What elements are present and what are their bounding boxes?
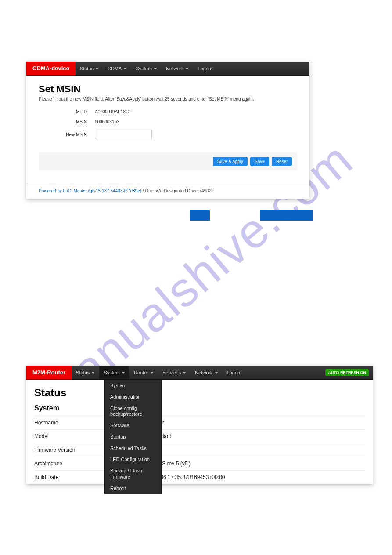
dropdown-item-startup[interactable]: Startup [105,432,161,443]
chevron-down-icon [122,372,125,375]
screenshot-status: M2M-Router Status System Router Services… [26,366,373,484]
footer: Powered by LuCI Master (git-15.137.54403… [26,184,309,199]
nav-services[interactable]: Services [158,366,191,379]
section-title: System [34,404,365,412]
nav-logout[interactable]: Logout [223,366,246,379]
reset-button[interactable]: Reset [272,157,292,166]
dropdown-item-clone-config[interactable]: Clone config backup/restore [105,403,161,421]
nav-network[interactable]: Network [191,366,222,379]
autorefresh-badge[interactable]: AUTO REFRESH ON [325,369,369,376]
info-row: Model -Standard [34,429,365,443]
nav-system[interactable]: System [131,62,162,75]
brand[interactable]: M2M-Router [26,366,72,379]
info-row: Hostname Router [34,416,365,429]
decor-blue-box [260,210,313,221]
save-apply-button[interactable]: Save & Apply [213,157,248,166]
brand[interactable]: CDMA-device [26,62,76,75]
chevron-down-icon [91,372,95,375]
new-msin-input[interactable] [95,130,152,139]
dropdown-item-software[interactable]: Software [105,420,161,432]
nav-status[interactable]: Status [72,366,99,379]
nav-label: Router [134,370,148,375]
dropdown-item-led[interactable]: LED Configuration [105,454,161,465]
button-bar: Save & Apply Save Reset [39,152,297,170]
label-new-msin: New MSIN [39,132,87,137]
chevron-down-icon [183,372,186,375]
page-title: Status [34,387,365,399]
dropdown-item-scheduled[interactable]: Scheduled Tasks [105,443,161,454]
row-meid: MEID A1000049AE18CF [39,109,297,114]
navbar: M2M-Router Status System Router Services… [26,366,373,380]
footer-rest: / OpenWrt Designated Driver r49022 [141,189,214,193]
dropdown-item-system[interactable]: System [105,380,161,392]
nav-label: Services [162,370,181,375]
nav-router[interactable]: Router [129,366,158,379]
chevron-down-icon [154,68,157,71]
nav-logout[interactable]: Logout [193,62,217,75]
screenshot-set-msin: CDMA-device Status CDMA System Network L… [26,62,309,199]
nav-label: Network [166,66,183,71]
chevron-down-icon [215,372,218,375]
label-meid: MEID [39,109,87,114]
save-button[interactable]: Save [250,157,269,166]
chevron-down-icon [185,68,189,71]
info-row: Architecture 26EJ-S rev 5 (v5l) [34,457,365,470]
nav-system[interactable]: System [99,366,129,379]
nav-network[interactable]: Network [162,62,193,75]
nav-cdma[interactable]: CDMA [103,62,131,75]
system-dropdown: System Administration Clone config backu… [104,380,162,494]
nav-label: System [136,66,152,71]
chevron-down-icon [123,68,127,71]
footer-link[interactable]: Powered by LuCI Master (git-15.137.54403… [39,189,141,193]
decor-blue-box [190,210,210,221]
dropdown-item-backup[interactable]: Backup / Flash Firmware [105,465,161,483]
value-meid: A1000049AE18CF [95,109,131,114]
chevron-down-icon [150,372,154,375]
nav-label: System [104,370,120,375]
dropdown-item-administration[interactable]: Administration [105,392,161,403]
nav-label: Logout [227,370,242,375]
row-new-msin: New MSIN [39,130,297,139]
dropdown-item-reboot[interactable]: Reboot [105,483,161,494]
label-msin: MSIN [39,120,87,124]
nav-label: Status [76,370,90,375]
page-description: Please fill out the new MSIN field. Afte… [39,97,297,102]
nav-label: Status [80,66,94,71]
info-row: Build Date 0-06 06:17:35.878169453+00:00 [34,470,365,484]
row-msin: MSIN 0000003103 [39,120,297,124]
nav-status[interactable]: Status [76,62,103,75]
value-msin: 0000003103 [95,120,119,124]
nav-label: CDMA [108,66,122,71]
nav-label: Logout [198,66,212,71]
nav-label: Network [195,370,212,375]
navbar: CDMA-device Status CDMA System Network L… [26,62,309,76]
page-title: Set MSIN [39,83,297,95]
chevron-down-icon [95,68,99,71]
info-row: Firmware Version 9191 [34,443,365,457]
